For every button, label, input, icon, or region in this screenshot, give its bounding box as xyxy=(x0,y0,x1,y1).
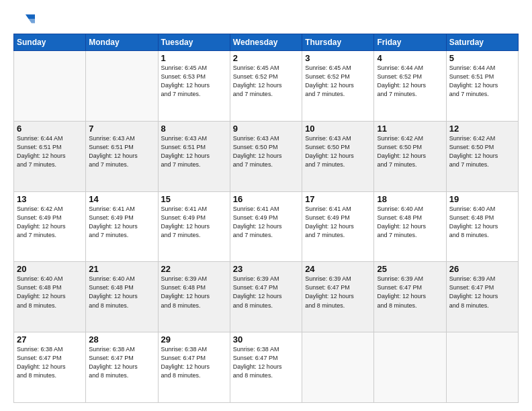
day-number: 25 xyxy=(377,264,443,274)
day-number: 5 xyxy=(449,53,515,63)
day-info: Sunrise: 6:39 AM Sunset: 6:48 PM Dayligh… xyxy=(161,275,227,310)
day-number: 2 xyxy=(233,53,299,63)
day-number: 22 xyxy=(161,264,227,274)
day-info: Sunrise: 6:40 AM Sunset: 6:48 PM Dayligh… xyxy=(377,205,443,240)
calendar-cell: 14Sunrise: 6:41 AM Sunset: 6:49 PM Dayli… xyxy=(86,191,158,262)
calendar-week-row: 20Sunrise: 6:40 AM Sunset: 6:48 PM Dayli… xyxy=(14,262,519,332)
day-info: Sunrise: 6:40 AM Sunset: 6:48 PM Dayligh… xyxy=(449,205,515,240)
calendar-week-row: 6Sunrise: 6:44 AM Sunset: 6:51 PM Daylig… xyxy=(14,121,519,191)
day-number: 11 xyxy=(377,124,443,134)
day-number: 9 xyxy=(233,124,299,134)
day-info: Sunrise: 6:38 AM Sunset: 6:47 PM Dayligh… xyxy=(233,345,299,380)
day-number: 10 xyxy=(305,124,371,134)
day-info: Sunrise: 6:40 AM Sunset: 6:48 PM Dayligh… xyxy=(17,275,83,310)
calendar-cell xyxy=(86,51,158,122)
calendar-cell: 2Sunrise: 6:45 AM Sunset: 6:52 PM Daylig… xyxy=(230,51,302,122)
calendar-week-row: 1Sunrise: 6:45 AM Sunset: 6:53 PM Daylig… xyxy=(14,51,519,122)
day-info: Sunrise: 6:38 AM Sunset: 6:47 PM Dayligh… xyxy=(17,345,83,380)
calendar-cell xyxy=(446,332,518,403)
page: SundayMondayTuesdayWednesdayThursdayFrid… xyxy=(0,0,532,411)
calendar-header-monday: Monday xyxy=(86,34,158,51)
calendar-table: SundayMondayTuesdayWednesdayThursdayFrid… xyxy=(13,34,519,403)
calendar-header-wednesday: Wednesday xyxy=(230,34,302,51)
calendar-cell: 7Sunrise: 6:43 AM Sunset: 6:51 PM Daylig… xyxy=(86,121,158,191)
calendar-cell: 16Sunrise: 6:41 AM Sunset: 6:49 PM Dayli… xyxy=(230,191,302,262)
day-number: 29 xyxy=(161,334,227,345)
day-info: Sunrise: 6:42 AM Sunset: 6:49 PM Dayligh… xyxy=(17,205,83,240)
calendar-header-tuesday: Tuesday xyxy=(158,34,230,51)
day-number: 17 xyxy=(305,194,371,204)
day-number: 13 xyxy=(17,194,83,204)
day-number: 8 xyxy=(161,124,227,134)
day-number: 18 xyxy=(377,194,443,204)
calendar-cell: 5Sunrise: 6:44 AM Sunset: 6:51 PM Daylig… xyxy=(446,51,518,122)
day-number: 7 xyxy=(89,124,154,134)
day-number: 14 xyxy=(89,194,154,204)
calendar-cell: 26Sunrise: 6:39 AM Sunset: 6:47 PM Dayli… xyxy=(446,262,518,332)
day-number: 12 xyxy=(449,124,515,134)
day-number: 16 xyxy=(233,194,299,204)
calendar-cell: 3Sunrise: 6:45 AM Sunset: 6:52 PM Daylig… xyxy=(302,51,374,122)
calendar-cell: 15Sunrise: 6:41 AM Sunset: 6:49 PM Dayli… xyxy=(158,191,230,262)
day-number: 15 xyxy=(161,194,227,204)
day-info: Sunrise: 6:43 AM Sunset: 6:50 PM Dayligh… xyxy=(305,134,371,169)
day-info: Sunrise: 6:39 AM Sunset: 6:47 PM Dayligh… xyxy=(449,275,515,310)
day-info: Sunrise: 6:39 AM Sunset: 6:47 PM Dayligh… xyxy=(377,275,443,310)
header xyxy=(13,12,519,27)
day-number: 6 xyxy=(17,124,83,134)
calendar-cell: 22Sunrise: 6:39 AM Sunset: 6:48 PM Dayli… xyxy=(158,262,230,332)
calendar-header-saturday: Saturday xyxy=(446,34,518,51)
calendar-cell: 21Sunrise: 6:40 AM Sunset: 6:48 PM Dayli… xyxy=(86,262,158,332)
day-info: Sunrise: 6:39 AM Sunset: 6:47 PM Dayligh… xyxy=(305,275,371,310)
day-number: 1 xyxy=(161,53,227,63)
calendar-header-sunday: Sunday xyxy=(14,34,86,51)
day-number: 23 xyxy=(233,264,299,274)
calendar-cell: 18Sunrise: 6:40 AM Sunset: 6:48 PM Dayli… xyxy=(374,191,446,262)
calendar-cell: 28Sunrise: 6:38 AM Sunset: 6:47 PM Dayli… xyxy=(86,332,158,403)
day-number: 19 xyxy=(449,194,515,204)
day-info: Sunrise: 6:38 AM Sunset: 6:47 PM Dayligh… xyxy=(161,345,227,380)
day-number: 3 xyxy=(305,53,371,63)
calendar-cell xyxy=(374,332,446,403)
calendar-header-friday: Friday xyxy=(374,34,446,51)
day-info: Sunrise: 6:44 AM Sunset: 6:52 PM Dayligh… xyxy=(377,64,443,99)
day-info: Sunrise: 6:45 AM Sunset: 6:53 PM Dayligh… xyxy=(161,64,227,99)
day-number: 24 xyxy=(305,264,371,274)
day-number: 21 xyxy=(89,264,154,274)
calendar-cell xyxy=(302,332,374,403)
calendar-cell: 27Sunrise: 6:38 AM Sunset: 6:47 PM Dayli… xyxy=(14,332,86,403)
calendar-cell: 25Sunrise: 6:39 AM Sunset: 6:47 PM Dayli… xyxy=(374,262,446,332)
logo xyxy=(13,12,35,27)
day-info: Sunrise: 6:43 AM Sunset: 6:51 PM Dayligh… xyxy=(161,134,227,169)
day-info: Sunrise: 6:43 AM Sunset: 6:50 PM Dayligh… xyxy=(233,134,299,169)
day-number: 26 xyxy=(449,264,515,274)
day-number: 4 xyxy=(377,53,443,63)
calendar-cell xyxy=(14,51,86,122)
day-info: Sunrise: 6:45 AM Sunset: 6:52 PM Dayligh… xyxy=(305,64,371,99)
calendar-cell: 17Sunrise: 6:41 AM Sunset: 6:49 PM Dayli… xyxy=(302,191,374,262)
day-info: Sunrise: 6:42 AM Sunset: 6:50 PM Dayligh… xyxy=(377,134,443,169)
day-info: Sunrise: 6:45 AM Sunset: 6:52 PM Dayligh… xyxy=(233,64,299,99)
day-info: Sunrise: 6:39 AM Sunset: 6:47 PM Dayligh… xyxy=(233,275,299,310)
calendar-cell: 1Sunrise: 6:45 AM Sunset: 6:53 PM Daylig… xyxy=(158,51,230,122)
day-info: Sunrise: 6:41 AM Sunset: 6:49 PM Dayligh… xyxy=(233,205,299,240)
day-number: 20 xyxy=(17,264,83,274)
calendar-cell: 4Sunrise: 6:44 AM Sunset: 6:52 PM Daylig… xyxy=(374,51,446,122)
day-info: Sunrise: 6:43 AM Sunset: 6:51 PM Dayligh… xyxy=(89,134,154,169)
calendar-header-thursday: Thursday xyxy=(302,34,374,51)
logo-icon xyxy=(13,12,35,26)
day-info: Sunrise: 6:44 AM Sunset: 6:51 PM Dayligh… xyxy=(17,134,83,169)
calendar-cell: 6Sunrise: 6:44 AM Sunset: 6:51 PM Daylig… xyxy=(14,121,86,191)
calendar-cell: 9Sunrise: 6:43 AM Sunset: 6:50 PM Daylig… xyxy=(230,121,302,191)
calendar-cell: 11Sunrise: 6:42 AM Sunset: 6:50 PM Dayli… xyxy=(374,121,446,191)
day-info: Sunrise: 6:41 AM Sunset: 6:49 PM Dayligh… xyxy=(89,205,154,240)
day-number: 30 xyxy=(233,334,299,345)
calendar-cell: 20Sunrise: 6:40 AM Sunset: 6:48 PM Dayli… xyxy=(14,262,86,332)
calendar-cell: 8Sunrise: 6:43 AM Sunset: 6:51 PM Daylig… xyxy=(158,121,230,191)
day-number: 27 xyxy=(17,334,83,345)
calendar-cell: 12Sunrise: 6:42 AM Sunset: 6:50 PM Dayli… xyxy=(446,121,518,191)
day-info: Sunrise: 6:41 AM Sunset: 6:49 PM Dayligh… xyxy=(305,205,371,240)
calendar-cell: 23Sunrise: 6:39 AM Sunset: 6:47 PM Dayli… xyxy=(230,262,302,332)
day-number: 28 xyxy=(89,334,154,345)
calendar-header-row: SundayMondayTuesdayWednesdayThursdayFrid… xyxy=(14,34,519,51)
